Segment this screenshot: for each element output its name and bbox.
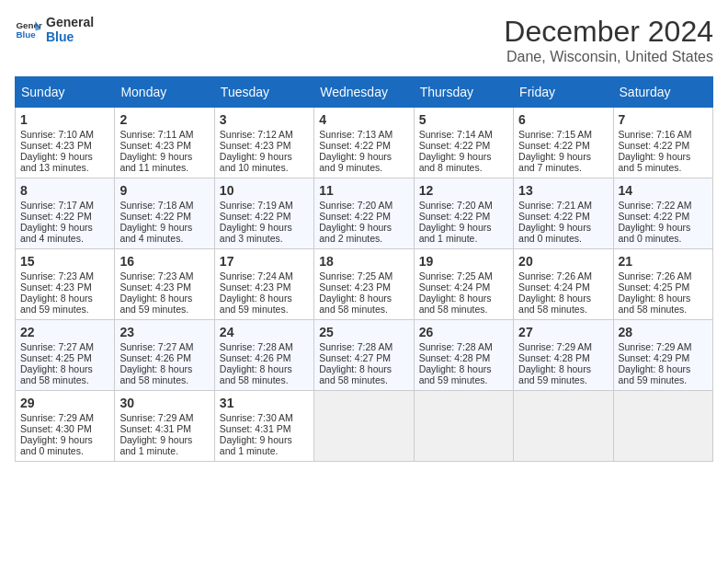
day-info-line: and 58 minutes. (518, 304, 608, 315)
logo-text-general: General (46, 15, 94, 29)
day-number: 20 (518, 254, 608, 269)
day-info-line: Sunrise: 7:29 AM (619, 341, 708, 352)
day-info-line: Sunset: 4:23 PM (220, 140, 309, 151)
day-number: 17 (220, 254, 309, 269)
day-info-line: and 4 minutes. (20, 233, 109, 244)
day-info-line: Sunrise: 7:11 AM (119, 129, 209, 140)
day-info-line: and 1 minute. (119, 445, 209, 456)
day-info-line: Daylight: 9 hours (119, 434, 209, 445)
day-info-line: Daylight: 8 hours (20, 363, 109, 374)
day-info-line: Sunset: 4:25 PM (20, 352, 109, 363)
day-info-line: Daylight: 9 hours (119, 151, 209, 162)
day-number: 1 (20, 112, 109, 127)
day-info-line: and 59 minutes. (220, 304, 309, 315)
day-info-line: Sunrise: 7:25 AM (419, 270, 508, 282)
day-info-line: Daylight: 8 hours (419, 293, 508, 304)
calendar-cell: 15Sunrise: 7:23 AMSunset: 4:23 PMDayligh… (16, 249, 115, 320)
day-info-line: Sunrise: 7:14 AM (419, 129, 508, 140)
calendar-header-row: SundayMondayTuesdayWednesdayThursdayFrid… (16, 77, 713, 108)
day-info-line: and 58 minutes. (319, 304, 408, 315)
day-number: 8 (20, 183, 109, 198)
day-info-line: and 59 minutes. (518, 374, 608, 385)
day-info-line: and 13 minutes. (20, 162, 109, 173)
day-info-line: Sunset: 4:22 PM (518, 140, 608, 151)
day-info-line: Sunrise: 7:21 AM (518, 200, 608, 211)
day-info-line: Sunset: 4:24 PM (419, 282, 508, 293)
day-info-line: Sunrise: 7:28 AM (319, 341, 408, 352)
calendar-cell: 29Sunrise: 7:29 AMSunset: 4:30 PMDayligh… (16, 391, 115, 462)
day-number: 3 (220, 112, 309, 127)
day-info-line: and 5 minutes. (619, 162, 708, 173)
calendar-cell (514, 391, 613, 462)
day-info-line: Sunset: 4:31 PM (220, 423, 309, 434)
day-info-line: Sunset: 4:23 PM (319, 282, 408, 293)
weekday-header: Wednesday (314, 77, 414, 108)
calendar-cell: 4Sunrise: 7:13 AMSunset: 4:22 PMDaylight… (314, 108, 414, 178)
day-info-line: Sunrise: 7:12 AM (220, 129, 309, 140)
day-info-line: Daylight: 8 hours (518, 293, 608, 304)
day-info-line: Daylight: 9 hours (20, 434, 109, 445)
day-info-line: Daylight: 9 hours (518, 222, 608, 233)
day-info-line: Daylight: 9 hours (518, 151, 608, 162)
day-info-line: and 0 minutes. (518, 233, 608, 244)
day-info-line: Daylight: 8 hours (220, 363, 309, 374)
calendar-cell: 17Sunrise: 7:24 AMSunset: 4:23 PMDayligh… (214, 249, 313, 320)
day-info-line: and 1 minute. (419, 233, 508, 244)
day-info-line: Sunset: 4:22 PM (419, 140, 508, 151)
day-info-line: and 9 minutes. (319, 162, 408, 173)
day-info-line: and 58 minutes. (319, 374, 408, 385)
day-info-line: and 2 minutes. (319, 233, 408, 244)
day-info-line: Sunset: 4:27 PM (319, 352, 408, 363)
day-info-line: Sunset: 4:23 PM (220, 282, 309, 293)
day-number: 27 (518, 325, 608, 339)
day-info-line: Daylight: 9 hours (319, 222, 408, 233)
day-info-line: Sunset: 4:22 PM (518, 211, 608, 222)
day-info-line: Sunrise: 7:18 AM (119, 200, 209, 211)
day-number: 21 (619, 254, 708, 269)
calendar-cell: 25Sunrise: 7:28 AMSunset: 4:27 PMDayligh… (314, 320, 414, 391)
day-number: 11 (319, 183, 408, 198)
day-info-line: Sunrise: 7:10 AM (20, 129, 109, 140)
day-number: 10 (220, 183, 309, 198)
day-info-line: Sunset: 4:26 PM (220, 352, 309, 363)
day-info-line: Sunrise: 7:27 AM (119, 341, 209, 352)
calendar-cell: 13Sunrise: 7:21 AMSunset: 4:22 PMDayligh… (514, 178, 613, 249)
day-info-line: Sunset: 4:22 PM (419, 211, 508, 222)
logo: General Blue General Blue (15, 15, 94, 44)
day-info-line: Daylight: 9 hours (220, 222, 309, 233)
day-info-line: Sunset: 4:22 PM (319, 140, 408, 151)
day-info-line: Sunset: 4:23 PM (119, 140, 209, 151)
day-number: 23 (119, 325, 209, 339)
day-info-line: Sunset: 4:22 PM (220, 211, 309, 222)
day-info-line: and 4 minutes. (119, 233, 209, 244)
day-info-line: Daylight: 8 hours (319, 363, 408, 374)
day-info-line: Sunrise: 7:29 AM (20, 412, 109, 423)
day-info-line: and 58 minutes. (419, 304, 508, 315)
day-info-line: Daylight: 9 hours (419, 151, 508, 162)
day-info-line: and 0 minutes. (619, 233, 708, 244)
day-number: 2 (119, 112, 209, 127)
day-info-line: Sunset: 4:22 PM (20, 211, 109, 222)
day-info-line: Sunrise: 7:24 AM (220, 270, 309, 282)
day-info-line: Daylight: 9 hours (319, 151, 408, 162)
calendar-table: SundayMondayTuesdayWednesdayThursdayFrid… (15, 76, 713, 462)
day-number: 19 (419, 254, 508, 269)
day-info-line: Sunset: 4:22 PM (619, 140, 708, 151)
day-info-line: and 59 minutes. (419, 374, 508, 385)
day-info-line: Sunset: 4:23 PM (20, 140, 109, 151)
day-info-line: Daylight: 8 hours (419, 363, 508, 374)
weekday-header: Monday (115, 77, 214, 108)
calendar-cell: 6Sunrise: 7:15 AMSunset: 4:22 PMDaylight… (514, 108, 613, 178)
calendar-cell: 14Sunrise: 7:22 AMSunset: 4:22 PMDayligh… (613, 178, 712, 249)
day-info-line: Daylight: 8 hours (518, 363, 608, 374)
calendar-cell: 26Sunrise: 7:28 AMSunset: 4:28 PMDayligh… (414, 320, 513, 391)
calendar-cell (314, 391, 414, 462)
day-info-line: Sunrise: 7:17 AM (20, 200, 109, 211)
calendar-week-row: 29Sunrise: 7:29 AMSunset: 4:30 PMDayligh… (16, 391, 713, 462)
day-number: 6 (518, 112, 608, 127)
day-info-line: Sunrise: 7:29 AM (119, 412, 209, 423)
day-info-line: Daylight: 9 hours (20, 222, 109, 233)
day-number: 13 (518, 183, 608, 198)
day-info-line: and 58 minutes. (619, 304, 708, 315)
day-info-line: Daylight: 8 hours (619, 363, 708, 374)
